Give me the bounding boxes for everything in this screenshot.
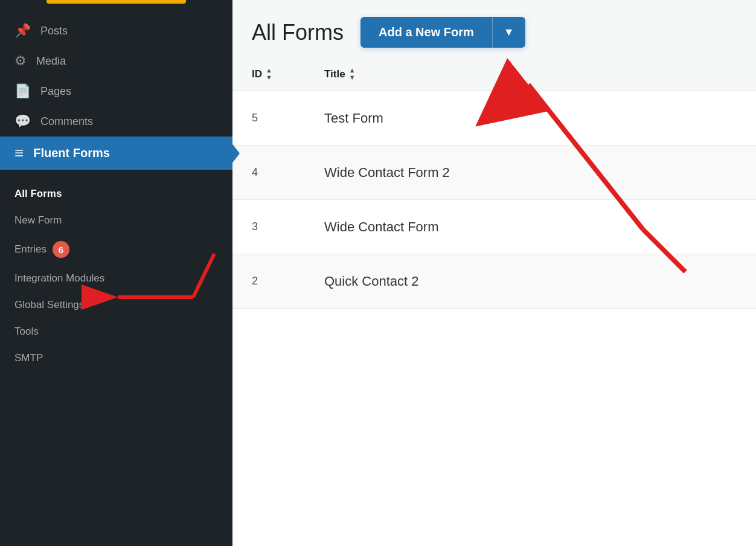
- media-icon: ⚙: [14, 53, 27, 69]
- sidebar-item-posts[interactable]: 📌 Posts: [0, 16, 232, 46]
- col-title-label: Title: [324, 68, 345, 80]
- comments-icon: 💬: [14, 114, 31, 129]
- sidebar-pages-label: Pages: [40, 85, 71, 98]
- column-title-header[interactable]: Title ▲ ▼: [324, 67, 737, 81]
- cell-title: Test Form: [324, 111, 737, 126]
- pages-icon: 📄: [14, 83, 31, 99]
- cell-title: Wide Contact Form 2: [324, 165, 737, 181]
- fluent-forms-label: Fluent Forms: [33, 146, 110, 160]
- page-title: All Forms: [252, 20, 344, 45]
- table-row[interactable]: 2 Quick Contact 2: [232, 254, 756, 309]
- sidebar-comments-label: Comments: [40, 115, 93, 128]
- cell-id: 4: [252, 166, 324, 179]
- forms-table: ID ▲ ▼ Title ▲ ▼ 5 Test Form 4 Wide Con: [232, 57, 756, 546]
- column-id-header[interactable]: ID ▲ ▼: [252, 67, 324, 81]
- entries-badge: 6: [53, 241, 69, 258]
- add-new-form-button[interactable]: Add a New Form: [360, 17, 492, 48]
- cell-id: 5: [252, 112, 324, 124]
- table-row[interactable]: 4 Wide Contact Form 2: [232, 146, 756, 200]
- submenu-item-tools[interactable]: Tools: [0, 318, 232, 345]
- entries-label: Entries: [14, 243, 46, 255]
- submenu-item-all-forms[interactable]: All Forms: [0, 181, 232, 207]
- posts-icon: 📌: [14, 23, 31, 39]
- table-header: ID ▲ ▼ Title ▲ ▼: [232, 57, 756, 91]
- add-form-dropdown-button[interactable]: ▼: [492, 17, 525, 48]
- chevron-down-icon: ▼: [504, 26, 514, 39]
- sidebar-item-pages[interactable]: 📄 Pages: [0, 76, 232, 106]
- table-row[interactable]: 5 Test Form: [232, 91, 756, 146]
- sidebar-submenu: All Forms New Form Entries 6 Integration…: [0, 176, 232, 376]
- table-row[interactable]: 3 Wide Contact Form: [232, 200, 756, 254]
- submenu-item-smtp[interactable]: SMTP: [0, 345, 232, 371]
- cell-title: Quick Contact 2: [324, 274, 737, 289]
- add-form-button-group: Add a New Form ▼: [360, 17, 525, 48]
- sidebar: 📌 Posts ⚙ Media 📄 Pages 💬 Comments ≡ Flu…: [0, 0, 232, 546]
- title-sort-arrows[interactable]: ▲ ▼: [349, 67, 356, 81]
- submenu-item-global-settings[interactable]: Global Settings: [0, 292, 232, 318]
- submenu-item-entries[interactable]: Entries 6: [0, 234, 232, 265]
- main-content: All Forms Add a New Form ▼ ID ▲ ▼ Title …: [232, 0, 756, 546]
- cell-id: 3: [252, 220, 324, 233]
- sidebar-item-comments[interactable]: 💬 Comments: [0, 106, 232, 136]
- cell-id: 2: [252, 275, 324, 287]
- submenu-item-new-form[interactable]: New Form: [0, 207, 232, 234]
- submenu-item-integration-modules[interactable]: Integration Modules: [0, 265, 232, 292]
- main-header: All Forms Add a New Form ▼: [232, 0, 756, 48]
- sidebar-item-fluent-forms[interactable]: ≡ Fluent Forms: [0, 136, 232, 170]
- sidebar-item-media[interactable]: ⚙ Media: [0, 46, 232, 76]
- fluent-forms-icon: ≡: [14, 144, 24, 162]
- sidebar-menu: 📌 Posts ⚙ Media 📄 Pages 💬 Comments ≡ Flu…: [0, 4, 232, 176]
- sidebar-media-label: Media: [36, 55, 66, 68]
- cell-title: Wide Contact Form: [324, 219, 737, 235]
- col-id-label: ID: [252, 68, 262, 80]
- sidebar-posts-label: Posts: [40, 25, 68, 37]
- id-sort-arrows[interactable]: ▲ ▼: [266, 67, 272, 81]
